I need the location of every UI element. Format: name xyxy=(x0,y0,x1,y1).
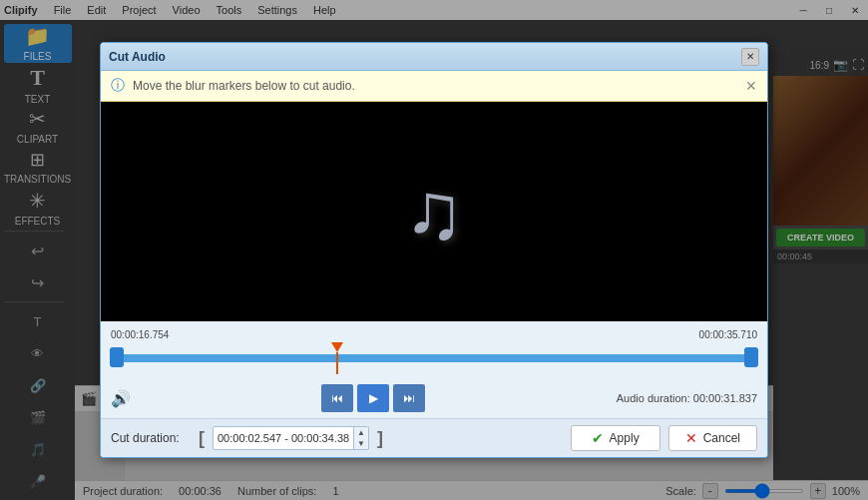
cut-duration-row: Cut duration: [ ▲ ▼ ] ✔ Apply xyxy=(101,418,767,457)
audio-duration-label: Audio duration: xyxy=(617,392,690,404)
time-end: 00:00:35.710 xyxy=(699,329,757,340)
apply-check-icon: ✔ xyxy=(592,430,604,446)
spin-down-button[interactable]: ▼ xyxy=(354,438,368,449)
dialog-titlebar: Cut Audio ✕ xyxy=(101,43,767,71)
cancel-button[interactable]: ✕ Cancel xyxy=(668,425,757,451)
player-buttons: ⏮ ▶ ⏭ xyxy=(139,384,609,412)
apply-button[interactable]: ✔ Apply xyxy=(571,425,660,451)
cut-duration-label: Cut duration: xyxy=(111,431,191,445)
cancel-label: Cancel xyxy=(703,431,740,445)
volume-icon[interactable]: 🔊 xyxy=(111,389,131,408)
info-close-button[interactable]: ✕ xyxy=(745,78,757,94)
trim-handle-right[interactable] xyxy=(744,347,758,367)
dialog-title: Cut Audio xyxy=(109,50,166,64)
dialog-overlay: Cut Audio ✕ ⓘ Move the blur markers belo… xyxy=(0,0,868,500)
app-window: Clipify File Edit Project Video Tools Se… xyxy=(0,0,868,500)
duration-spinners: ▲ ▼ xyxy=(353,427,368,449)
audio-duration: Audio duration: 00:00:31.837 xyxy=(617,392,757,404)
time-start: 00:00:16.754 xyxy=(111,329,169,340)
cancel-x-icon: ✕ xyxy=(685,430,697,446)
info-message: Move the blur markers below to cut audio… xyxy=(133,79,355,93)
dialog-info-bar: ⓘ Move the blur markers below to cut aud… xyxy=(101,71,767,102)
audio-duration-value: 00:00:31.837 xyxy=(693,392,757,404)
play-button[interactable]: ▶ xyxy=(357,384,389,412)
dialog-preview: ♫ xyxy=(101,102,767,321)
rewind-button[interactable]: ⏮ xyxy=(321,384,353,412)
duration-input-wrap: ▲ ▼ xyxy=(213,426,369,450)
apply-label: Apply xyxy=(610,431,640,445)
dialog-actions: ✔ Apply ✕ Cancel xyxy=(571,425,757,451)
info-icon: ⓘ xyxy=(111,77,125,95)
music-note-icon: ♫ xyxy=(404,166,464,257)
bracket-open: [ xyxy=(199,428,205,449)
cut-audio-dialog: Cut Audio ✕ ⓘ Move the blur markers belo… xyxy=(100,42,768,458)
spin-up-button[interactable]: ▲ xyxy=(354,427,368,438)
dialog-close-button[interactable]: ✕ xyxy=(741,48,759,66)
time-markers: 00:00:16.754 00:00:35.710 xyxy=(111,329,757,340)
dialog-timeline: 00:00:16.754 00:00:35.710 xyxy=(101,321,767,378)
bracket-close: ] xyxy=(377,428,383,449)
cut-duration-input[interactable] xyxy=(214,432,353,444)
forward-button[interactable]: ⏭ xyxy=(393,384,425,412)
playhead[interactable] xyxy=(337,342,349,374)
player-controls-row: 🔊 ⏮ ▶ ⏭ Audio duration: 00:00:31.837 xyxy=(101,378,767,418)
trim-handle-left[interactable] xyxy=(110,347,124,367)
